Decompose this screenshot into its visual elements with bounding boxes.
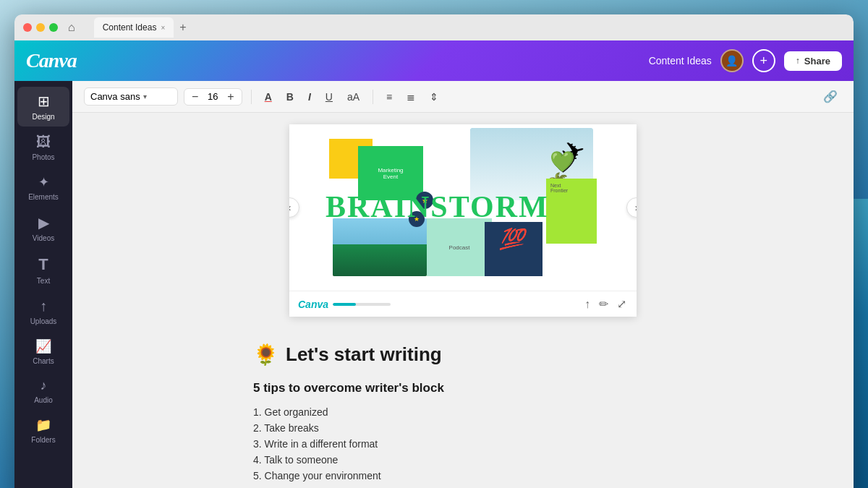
browser-chrome: ⌂ Content Ideas × + bbox=[14, 14, 854, 40]
increase-font-size-button[interactable]: + bbox=[224, 90, 237, 103]
canva-logo: Canva bbox=[26, 49, 77, 72]
design-icon: ⊞ bbox=[38, 93, 50, 110]
sidebar-item-videos[interactable]: ▶ Videos bbox=[17, 208, 69, 248]
progress-bar bbox=[333, 303, 391, 306]
list-item: Take breaks bbox=[253, 420, 673, 436]
font-selector-chevron: ▾ bbox=[143, 93, 147, 100]
sidebar-item-folders[interactable]: 📁 Folders bbox=[17, 411, 69, 450]
teal-card: Podcast bbox=[427, 218, 492, 276]
island-photo bbox=[333, 218, 427, 276]
sidebar-label-audio: Audio bbox=[34, 396, 53, 404]
active-tab[interactable]: Content Ideas × bbox=[94, 17, 174, 38]
canvas-next-button[interactable]: › bbox=[626, 197, 637, 218]
sidebar-item-elements[interactable]: ✦ Elements bbox=[17, 168, 69, 207]
sidebar-label-design: Design bbox=[32, 113, 54, 121]
lime-card-text: NextFrontier bbox=[550, 183, 568, 193]
sidebar-label-uploads: Uploads bbox=[30, 317, 57, 325]
canvas-expand-button[interactable]: ⤢ bbox=[616, 296, 628, 312]
heart-icon: 💚 bbox=[550, 150, 575, 173]
title-icon: 🌻 bbox=[253, 343, 278, 367]
list-item: Change your environment bbox=[253, 468, 673, 484]
document-title: Content Ideas bbox=[649, 55, 712, 67]
sidebar-item-text[interactable]: T Text bbox=[17, 249, 69, 291]
editor-area: Canva sans ▾ − 16 + A B I U aA ≡ bbox=[72, 81, 854, 488]
case-button[interactable]: aA bbox=[343, 88, 364, 106]
canvas-embed: ✈ 🌴 MarketingEvent ★ bbox=[289, 124, 637, 317]
charts-icon: 📈 bbox=[35, 338, 51, 354]
sidebar-item-uploads[interactable]: ↑ Uploads bbox=[17, 292, 69, 331]
watermark-text: Canva bbox=[298, 299, 328, 310]
list-item: Talk to someone bbox=[253, 452, 673, 468]
photos-icon: 🖼 bbox=[36, 134, 51, 150]
sidebar-label-text: Text bbox=[37, 277, 50, 285]
sidebar-label-charts: Charts bbox=[33, 357, 54, 365]
canvas-share-button[interactable]: ↑ bbox=[583, 296, 592, 312]
underline-button[interactable]: U bbox=[321, 88, 337, 106]
divider-1 bbox=[251, 90, 252, 104]
decrease-font-size-button[interactable]: − bbox=[189, 90, 201, 103]
content-area: ✈ 🌴 MarketingEvent ★ bbox=[72, 113, 854, 488]
text-color-button[interactable]: A bbox=[260, 88, 276, 106]
italic-button[interactable]: I bbox=[304, 88, 315, 106]
tab-label: Content Ideas bbox=[103, 22, 157, 33]
list-item: Write in a different format bbox=[253, 436, 673, 452]
brainstorm-text: BRAINSTORM bbox=[326, 189, 549, 224]
share-icon: ↑ bbox=[796, 56, 800, 66]
title-text: Let's start writing bbox=[286, 343, 442, 366]
heart-sticker: 💚 bbox=[550, 150, 575, 174]
sidebar-item-charts[interactable]: 📈 Charts bbox=[17, 333, 69, 371]
bold-button[interactable]: B bbox=[282, 88, 298, 106]
sidebar-item-design[interactable]: ⊞ Design bbox=[17, 87, 69, 127]
canvas-prev-button[interactable]: ‹ bbox=[289, 197, 299, 218]
tab-bar: Content Ideas × + bbox=[94, 17, 845, 38]
folders-icon: 📁 bbox=[35, 417, 51, 433]
doc-content: 🌻 Let's start writing 5 tips to overcome… bbox=[210, 328, 716, 488]
traffic-lights bbox=[23, 23, 58, 32]
canvas-toolbar: Canva ↑ ✏ ⤢ bbox=[289, 291, 637, 317]
align-button[interactable]: ≡ bbox=[382, 88, 396, 106]
text-icon: T bbox=[38, 255, 48, 274]
audio-icon: ♪ bbox=[41, 378, 47, 393]
section-title: 5 tips to overcome writer's block bbox=[253, 381, 673, 395]
font-family-selector[interactable]: Canva sans ▾ bbox=[84, 87, 178, 106]
canva-watermark: Canva bbox=[298, 299, 391, 310]
elements-icon: ✦ bbox=[38, 174, 49, 190]
tab-close-button[interactable]: × bbox=[161, 24, 165, 32]
left-sidebar: ⊞ Design 🖼 Photos ✦ Elements ▶ Videos T bbox=[14, 81, 72, 488]
home-button[interactable]: ⌂ bbox=[64, 18, 80, 37]
lime-card: NextFrontier bbox=[546, 179, 597, 244]
main-area: ⊞ Design 🖼 Photos ✦ Elements ▶ Videos T bbox=[14, 81, 854, 488]
doc-title: 🌻 Let's start writing bbox=[253, 343, 673, 367]
sidebar-item-photos[interactable]: 🖼 Photos bbox=[17, 128, 69, 167]
teal-card-text: Podcast bbox=[449, 244, 470, 251]
divider-2 bbox=[373, 90, 373, 104]
hundred-sticker: 💯 bbox=[499, 227, 524, 251]
share-button[interactable]: ↑ Share bbox=[784, 51, 842, 71]
videos-icon: ▶ bbox=[38, 214, 49, 231]
top-nav: Canva Content Ideas 👤 + ↑ Share bbox=[14, 40, 854, 81]
tips-list: Get organized Take breaks Write in a dif… bbox=[253, 404, 673, 484]
uploads-icon: ↑ bbox=[40, 298, 47, 314]
sidebar-label-folders: Folders bbox=[31, 436, 55, 444]
progress-fill bbox=[333, 303, 356, 306]
add-collaborator-button[interactable]: + bbox=[752, 49, 775, 72]
font-name-label: Canva sans bbox=[90, 91, 140, 102]
list-item: Get organized bbox=[253, 404, 673, 420]
formatting-toolbar: Canva sans ▾ − 16 + A B I U aA ≡ bbox=[72, 81, 854, 113]
font-size-control: − 16 + bbox=[184, 88, 242, 106]
canvas-actions: ↑ ✏ ⤢ bbox=[583, 296, 628, 312]
new-tab-button[interactable]: + bbox=[176, 21, 189, 34]
canvas-inner: ✈ 🌴 MarketingEvent ★ bbox=[289, 124, 637, 291]
close-button[interactable] bbox=[23, 23, 32, 32]
app-container: Canva Content Ideas 👤 + ↑ Share ⊞ Design bbox=[14, 40, 854, 488]
nav-right: Content Ideas 👤 + ↑ Share bbox=[649, 49, 842, 72]
spacing-button[interactable]: ⇕ bbox=[425, 88, 443, 106]
minimize-button[interactable] bbox=[36, 23, 45, 32]
list-button[interactable]: ≣ bbox=[402, 88, 420, 106]
maximize-button[interactable] bbox=[49, 23, 58, 32]
canvas-edit-button[interactable]: ✏ bbox=[597, 296, 610, 312]
link-button[interactable]: 🔗 bbox=[819, 87, 842, 106]
sidebar-item-audio[interactable]: ♪ Audio bbox=[17, 372, 69, 410]
user-avatar[interactable]: 👤 bbox=[720, 49, 744, 72]
sidebar-label-videos: Videos bbox=[33, 234, 54, 242]
